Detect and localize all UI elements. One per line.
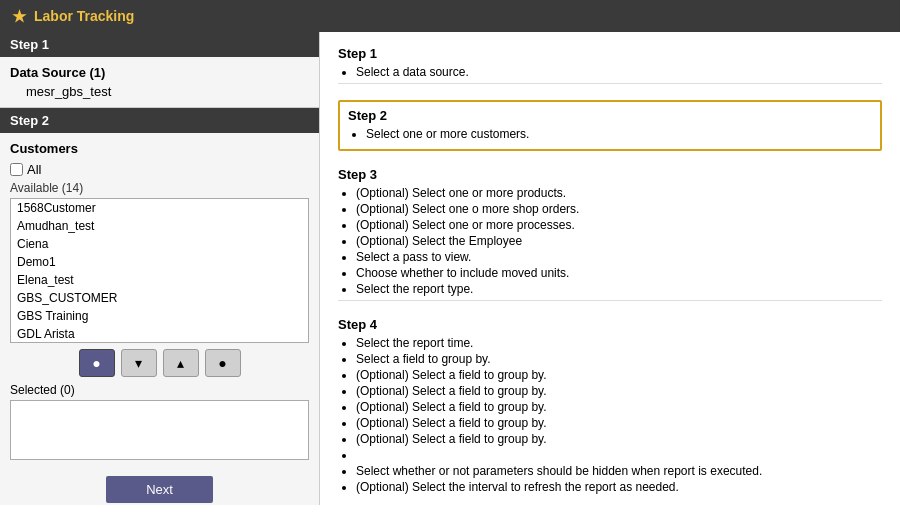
main-container: Step 1 Data Source (1) mesr_gbs_test Ste…: [0, 32, 900, 505]
list-item[interactable]: GBS Training: [11, 307, 308, 325]
left-panel: Step 1 Data Source (1) mesr_gbs_test Ste…: [0, 32, 320, 505]
right-step-4: Step 4Select the report time.Select a fi…: [338, 317, 882, 494]
step-item: (Optional) Select a field to group by.: [356, 384, 882, 398]
right-step-4-title: Step 4: [338, 317, 882, 332]
all-checkbox-container[interactable]: All: [10, 162, 309, 177]
selected-list[interactable]: [10, 400, 309, 460]
list-item[interactable]: GBS_CUSTOMER: [11, 289, 308, 307]
title-bar: ★ Labor Tracking: [0, 0, 900, 32]
move-up-button[interactable]: ▴: [163, 349, 199, 377]
remove-selected-button[interactable]: ●: [205, 349, 241, 377]
next-button[interactable]: Next: [106, 476, 213, 503]
list-item[interactable]: Amudhan_test: [11, 217, 308, 235]
step-item: Select the report type.: [356, 282, 882, 296]
step-item: (Optional) Select the interval to refres…: [356, 480, 882, 494]
right-step-2-title: Step 2: [348, 108, 872, 123]
right-step-3-title: Step 3: [338, 167, 882, 182]
step-item: Choose whether to include moved units.: [356, 266, 882, 280]
list-item[interactable]: 1568Customer: [11, 199, 308, 217]
step-item: Select the report time.: [356, 336, 882, 350]
step1-content: Data Source (1) mesr_gbs_test: [0, 57, 319, 108]
move-down-button[interactable]: ▾: [121, 349, 157, 377]
star-icon: ★: [12, 7, 26, 26]
step-item: (Optional) Select a field to group by.: [356, 400, 882, 414]
step-item: (Optional) Select one or more processes.: [356, 218, 882, 232]
right-panel: Step 1Select a data source.Step 2Select …: [320, 32, 900, 505]
customers-label: Customers: [10, 141, 309, 156]
step-item: Select a pass to view.: [356, 250, 882, 264]
next-btn-container: Next: [0, 468, 319, 505]
step-item: (Optional) Select a field to group by.: [356, 368, 882, 382]
available-label: Available (14): [10, 181, 309, 195]
add-selected-button[interactable]: ●: [79, 349, 115, 377]
step-item: Select a data source.: [356, 65, 882, 79]
list-item[interactable]: Elena_test: [11, 271, 308, 289]
step-item: [356, 448, 882, 462]
list-controls: ● ▾ ▴ ●: [10, 349, 309, 377]
right-step-3: Step 3(Optional) Select one or more prod…: [338, 167, 882, 301]
right-step-1-title: Step 1: [338, 46, 882, 61]
customers-list[interactable]: 1568CustomerAmudhan_testCienaDemo1Elena_…: [10, 198, 309, 343]
step-item: (Optional) Select one o more shop orders…: [356, 202, 882, 216]
step-item: Select one or more customers.: [366, 127, 872, 141]
step-item: (Optional) Select a field to group by.: [356, 416, 882, 430]
step-item: Select whether or not parameters should …: [356, 464, 882, 478]
step-item: (Optional) Select the Employee: [356, 234, 882, 248]
selected-label: Selected (0): [10, 383, 309, 397]
step1-header: Step 1: [0, 32, 319, 57]
data-source-label: Data Source (1): [10, 65, 309, 80]
right-step-2: Step 2Select one or more customers.: [338, 100, 882, 151]
all-checkbox[interactable]: [10, 163, 23, 176]
list-item[interactable]: GDL Arista: [11, 325, 308, 343]
step-item: Select a field to group by.: [356, 352, 882, 366]
step-item: (Optional) Select one or more products.: [356, 186, 882, 200]
step-item: (Optional) Select a field to group by.: [356, 432, 882, 446]
data-source-item: mesr_gbs_test: [10, 84, 309, 99]
all-label: All: [27, 162, 41, 177]
list-item[interactable]: Ciena: [11, 235, 308, 253]
step2-content: Customers All Available (14) 1568Custome…: [0, 133, 319, 468]
step2-header: Step 2: [0, 108, 319, 133]
app-title: Labor Tracking: [34, 8, 134, 24]
list-item[interactable]: Demo1: [11, 253, 308, 271]
right-step-1: Step 1Select a data source.: [338, 46, 882, 84]
